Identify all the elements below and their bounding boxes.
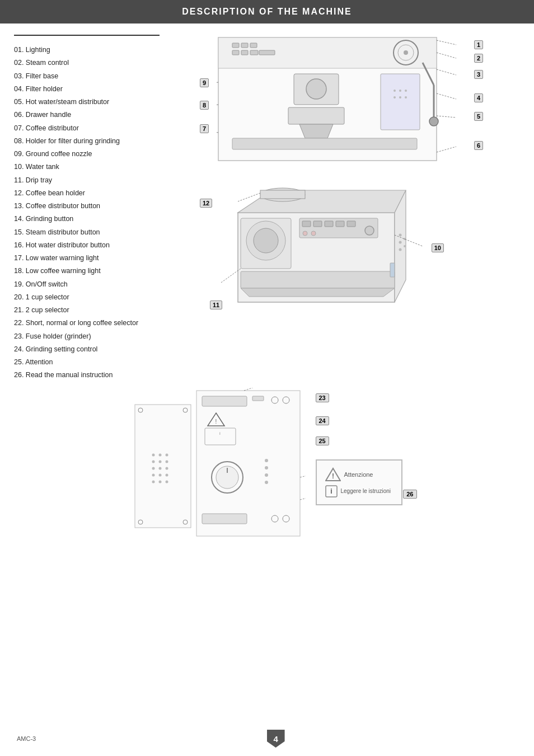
list-item: 16. Hot water distributor button — [14, 239, 193, 252]
callout-5: 5 — [474, 112, 483, 121]
callout-6: 6 — [474, 141, 483, 150]
section-divider — [14, 35, 160, 36]
svg-point-97 — [265, 481, 268, 484]
grinder-diagram-svg: ! i — [132, 388, 306, 544]
svg-line-27 — [437, 53, 456, 58]
svg-rect-83 — [202, 396, 247, 406]
svg-line-31 — [437, 147, 456, 152]
lower-callouts: 23 24 25 ! Attenzione — [316, 388, 402, 546]
svg-point-74 — [158, 467, 161, 469]
header-title: DESCRIPTION OF THE MACHINE — [182, 7, 352, 16]
list-item: 10. Water tank — [14, 161, 193, 173]
callout-25: 25 — [316, 436, 329, 445]
svg-point-57 — [404, 245, 406, 247]
grinder-view-container: ! i — [132, 388, 306, 546]
svg-point-21 — [399, 90, 401, 92]
list-item: 17. Low water warning light — [14, 252, 193, 265]
svg-point-95 — [265, 466, 268, 469]
read-manual-label: Leggere le istruzioni — [341, 488, 391, 494]
svg-point-96 — [265, 473, 268, 477]
svg-point-79 — [152, 480, 154, 483]
list-item: 22. Short, normal or long coffee selecto… — [14, 317, 193, 330]
svg-rect-58 — [390, 263, 395, 277]
svg-line-28 — [437, 69, 456, 75]
svg-point-69 — [165, 453, 168, 456]
svg-line-102 — [300, 475, 306, 477]
list-item: 24. Grinding setting control — [14, 343, 193, 356]
svg-point-54 — [399, 241, 402, 244]
attention-triangle-icon: ! — [325, 467, 341, 482]
svg-rect-84 — [252, 396, 264, 401]
svg-rect-43 — [325, 221, 333, 227]
svg-rect-5 — [232, 43, 239, 48]
svg-point-51 — [254, 228, 278, 253]
attention-box: ! Attenzione i Leggere le istruzioni 26 — [316, 459, 402, 505]
svg-point-72 — [165, 460, 168, 463]
list-item: 09. Ground coffee nozzle — [14, 148, 193, 161]
page-header: DESCRIPTION OF THE MACHINE — [0, 0, 534, 24]
svg-rect-52 — [241, 271, 395, 288]
svg-point-22 — [405, 90, 407, 92]
callout-3: 3 — [474, 70, 483, 79]
svg-text:i: i — [219, 431, 221, 436]
svg-point-20 — [394, 90, 396, 92]
svg-text:!: ! — [332, 472, 334, 480]
callout-12: 12 — [200, 199, 212, 208]
svg-point-14 — [429, 117, 438, 126]
svg-rect-9 — [241, 50, 248, 55]
list-item: 25. Attention — [14, 356, 193, 369]
svg-rect-17 — [288, 107, 344, 124]
lower-diagrams: ! i — [0, 385, 534, 549]
svg-rect-39 — [260, 190, 305, 199]
svg-rect-62 — [135, 405, 191, 528]
callout-24: 24 — [316, 416, 329, 425]
page: DESCRIPTION OF THE MACHINE 01. Lighting … — [0, 0, 534, 756]
svg-rect-42 — [313, 221, 322, 227]
list-item: 20. 1 cup selector — [14, 291, 193, 304]
svg-point-53 — [399, 234, 402, 237]
svg-rect-41 — [302, 221, 311, 227]
svg-point-70 — [152, 460, 154, 463]
list-item: 07. Coffee distributor — [14, 122, 193, 135]
list-item: 13. Coffee distributor button — [14, 200, 193, 213]
svg-point-76 — [152, 473, 154, 476]
list-item: 14. Grinding button — [14, 213, 193, 226]
callout-11: 11 — [210, 300, 222, 309]
top-diagram-svg — [216, 35, 467, 169]
list-item: 05. Hot water/steam distributor — [14, 96, 193, 109]
svg-point-71 — [158, 460, 161, 463]
svg-point-81 — [165, 480, 168, 483]
callout-1: 1 — [474, 40, 483, 49]
svg-point-23 — [394, 96, 396, 98]
list-item: 01. Lighting — [14, 44, 193, 57]
svg-rect-6 — [241, 43, 248, 48]
svg-point-56 — [404, 238, 406, 240]
page-number-badge: 4 — [267, 730, 285, 748]
svg-rect-19 — [381, 74, 420, 130]
middle-diagram-svg — [204, 179, 439, 319]
svg-point-16 — [306, 79, 326, 99]
svg-point-94 — [265, 459, 268, 462]
svg-point-25 — [405, 96, 407, 98]
callout-4: 4 — [474, 93, 483, 102]
svg-rect-44 — [336, 221, 344, 227]
svg-point-46 — [303, 231, 307, 236]
list-item: 18. Low coffee warning light — [14, 265, 193, 278]
svg-point-67 — [152, 453, 154, 456]
svg-point-75 — [165, 467, 168, 469]
svg-point-77 — [158, 473, 161, 476]
svg-point-47 — [311, 231, 316, 236]
callout-9: 9 — [200, 78, 209, 87]
svg-line-103 — [300, 497, 306, 500]
item-list-container: 01. Lighting 02. Steam control 03. Filte… — [14, 35, 193, 382]
callout-2: 2 — [474, 54, 483, 63]
svg-text:i: i — [330, 487, 332, 495]
list-item: 06. Drawer handle — [14, 109, 193, 121]
svg-line-26 — [437, 40, 456, 45]
svg-rect-11 — [259, 50, 275, 55]
page-footer: AMC-3 4 — [0, 730, 534, 748]
middle-diagram-wrapper: 12 11 10 — [204, 179, 520, 321]
list-item: 15. Steam distributor button — [14, 226, 193, 239]
list-item: 04. Filter holder — [14, 83, 193, 96]
list-item: 23. Fuse holder (grinder) — [14, 330, 193, 343]
